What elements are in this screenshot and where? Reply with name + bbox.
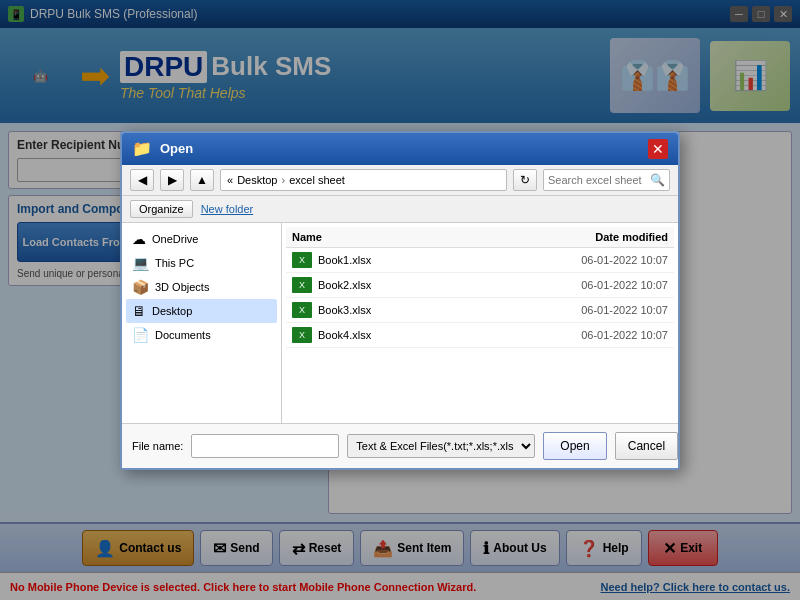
search-icon: 🔍 <box>650 173 665 187</box>
file-row[interactable]: X Book2.xlsx 06-01-2022 10:07 <box>286 273 674 298</box>
excel-file-icon: X <box>292 302 312 318</box>
file-name: Book2.xlsx <box>318 279 548 291</box>
nav-item-documents[interactable]: 📄 Documents <box>126 323 277 347</box>
nav-item-documents-label: Documents <box>155 329 211 341</box>
excel-file-icon: X <box>292 252 312 268</box>
nav-item-3dobjects[interactable]: 📦 3D Objects <box>126 275 277 299</box>
3dobjects-icon: 📦 <box>132 279 149 295</box>
modal-title: Open <box>160 141 193 156</box>
nav-item-onedrive-label: OneDrive <box>152 233 198 245</box>
file-list: Name Date modified X Book1.xlsx 06-01-20… <box>282 223 678 423</box>
file-date: 06-01-2022 10:07 <box>548 304 668 316</box>
file-row[interactable]: X Book1.xlsx 06-01-2022 10:07 <box>286 248 674 273</box>
modal-sidebar: ☁ OneDrive 💻 This PC 📦 3D Objects 🖥 Desk… <box>122 223 282 423</box>
cancel-button[interactable]: Cancel <box>615 432 678 460</box>
back-button[interactable]: ◀ <box>130 169 154 191</box>
onedrive-icon: ☁ <box>132 231 146 247</box>
open-file-dialog: 📁 Open ✕ ◀ ▶ ▲ « Desktop › excel sheet ↻… <box>120 131 680 470</box>
modal-footer: File name: Text & Excel Files(*.txt;*.xl… <box>122 423 678 468</box>
filename-input[interactable] <box>191 434 339 458</box>
nav-item-onedrive[interactable]: ☁ OneDrive <box>126 227 277 251</box>
file-list-header: Name Date modified <box>286 227 674 248</box>
breadcrumb-arrow-icon: › <box>281 174 285 186</box>
nav-item-thispc-label: This PC <box>155 257 194 269</box>
modal-title-bar: 📁 Open ✕ <box>122 133 678 165</box>
excel-file-icon: X <box>292 277 312 293</box>
modal-overlay: 📁 Open ✕ ◀ ▶ ▲ « Desktop › excel sheet ↻… <box>0 0 800 600</box>
thispc-icon: 💻 <box>132 255 149 271</box>
name-column-header: Name <box>292 231 548 243</box>
breadcrumb-sub: excel sheet <box>289 174 345 186</box>
file-name: Book3.xlsx <box>318 304 548 316</box>
desktop-icon: 🖥 <box>132 303 146 319</box>
file-name: Book4.xlsx <box>318 329 548 341</box>
filetype-select[interactable]: Text & Excel Files(*.txt;*.xls;*.xls <box>347 434 535 458</box>
search-input[interactable] <box>548 174 648 186</box>
forward-button[interactable]: ▶ <box>160 169 184 191</box>
folder-icon: 📁 <box>132 139 152 158</box>
nav-item-desktop[interactable]: 🖥 Desktop <box>126 299 277 323</box>
file-date: 06-01-2022 10:07 <box>548 254 668 266</box>
modal-actions-bar: Organize New folder <box>122 196 678 223</box>
breadcrumb-sep: « <box>227 174 233 186</box>
file-row[interactable]: X Book3.xlsx 06-01-2022 10:07 <box>286 298 674 323</box>
excel-file-icon: X <box>292 327 312 343</box>
modal-close-button[interactable]: ✕ <box>648 139 668 159</box>
filename-label: File name: <box>132 440 183 452</box>
file-name: Book1.xlsx <box>318 254 548 266</box>
up-button[interactable]: ▲ <box>190 169 214 191</box>
date-column-header: Date modified <box>548 231 668 243</box>
breadcrumb: « Desktop › excel sheet <box>220 169 507 191</box>
breadcrumb-root: Desktop <box>237 174 277 186</box>
nav-item-3dobjects-label: 3D Objects <box>155 281 209 293</box>
new-folder-button[interactable]: New folder <box>201 203 254 215</box>
modal-toolbar: ◀ ▶ ▲ « Desktop › excel sheet ↻ 🔍 <box>122 165 678 196</box>
open-button[interactable]: Open <box>543 432 606 460</box>
file-date: 06-01-2022 10:07 <box>548 329 668 341</box>
nav-item-thispc[interactable]: 💻 This PC <box>126 251 277 275</box>
file-row[interactable]: X Book4.xlsx 06-01-2022 10:07 <box>286 323 674 348</box>
nav-item-desktop-label: Desktop <box>152 305 192 317</box>
documents-icon: 📄 <box>132 327 149 343</box>
file-date: 06-01-2022 10:07 <box>548 279 668 291</box>
search-box: 🔍 <box>543 169 670 191</box>
refresh-button[interactable]: ↻ <box>513 169 537 191</box>
organize-button[interactable]: Organize <box>130 200 193 218</box>
modal-body: ☁ OneDrive 💻 This PC 📦 3D Objects 🖥 Desk… <box>122 223 678 423</box>
